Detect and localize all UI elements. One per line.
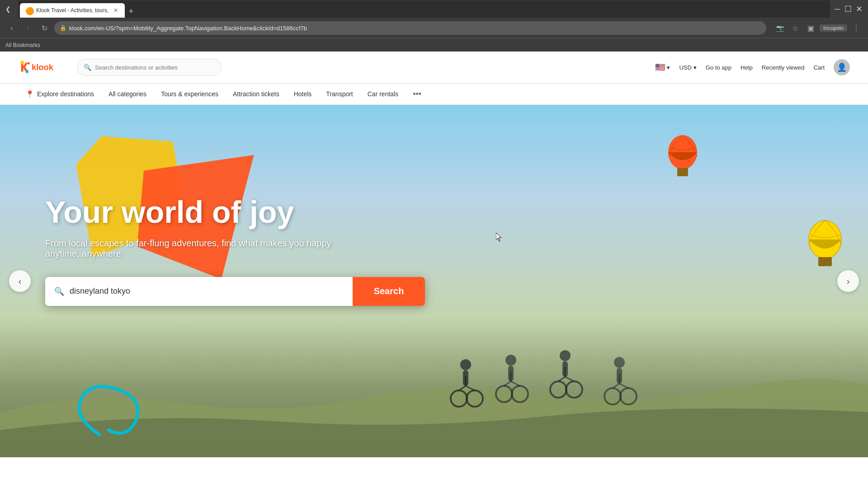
hot-air-balloon-1 [665,132,701,186]
hero-search-icon: 🔍 [54,286,64,296]
svg-point-30 [550,381,566,398]
svg-point-2 [26,70,29,73]
header-right-area: 🇺🇸 ▾ USD ▾ Go to app Help Recently viewe… [655,59,850,75]
svg-point-31 [566,381,582,398]
go-to-app-link[interactable]: Go to app [706,64,731,71]
tab-title: Klook Travel - Activities, tours, [36,7,108,14]
nav-item-explore-label: Explore destinations [37,90,94,98]
site-header: klook 🔍 🇺🇸 ▾ USD ▾ Go to app Help Recent… [0,52,868,83]
bookmark-icon[interactable]: ☆ [789,22,802,34]
nav-item-transport[interactable]: Transport [319,84,360,104]
svg-line-19 [466,386,475,390]
hero-subtitle: From local escapes to far-flung adventur… [45,238,362,259]
logo[interactable]: klook [18,58,63,76]
minimize-button[interactable]: ─ [834,5,841,13]
hero-search-input[interactable] [70,286,344,296]
carousel-prev-button[interactable]: ‹ [9,270,31,292]
svg-point-3 [28,62,30,65]
nav-item-car-rentals-label: Car rentals [368,90,398,98]
svg-point-14 [460,359,471,370]
header-search-bar[interactable]: 🔍 [77,59,222,76]
nav-item-categories[interactable]: All categories [101,84,154,104]
nav-item-more[interactable]: ••• [406,84,429,104]
nav-item-tours-label: Tours & experiences [161,90,218,98]
active-tab[interactable]: 🟠 Klook Travel - Activities, tours, ✕ [20,3,125,18]
currency-dropdown-arrow: ▾ [693,64,697,71]
svg-point-28 [560,350,571,361]
site-nav: 📍 Explore destinations All categories To… [0,83,868,105]
more-options-icon[interactable]: ⋮ [850,22,863,34]
svg-line-25 [504,381,511,386]
svg-line-40 [619,384,628,388]
nav-item-attractions[interactable]: Attraction tickets [226,84,287,104]
help-link[interactable]: Help [741,64,753,71]
more-icon: ••• [413,89,421,99]
browser-chrome: ❮ 🟠 Klook Travel - Activities, tours, ✕ … [0,0,868,52]
new-tab-button[interactable]: + [125,5,137,18]
refresh-button[interactable]: ↻ [38,22,51,34]
browser-actions: 📷 ☆ ▣ Incognito ⋮ [774,22,863,34]
language-dropdown-arrow: ▾ [667,64,670,71]
header-search-icon: 🔍 [84,64,91,71]
sidebar-icon[interactable]: ▣ [804,22,817,34]
cart-link[interactable]: Cart [813,64,825,71]
url-text: klook.com/en-US/?spm=Mobility_Aggregate.… [69,25,307,32]
svg-text:klook: klook [32,62,54,72]
site-wrapper: klook 🔍 🇺🇸 ▾ USD ▾ Go to app Help Recent… [0,52,868,457]
svg-line-32 [558,377,565,381]
klook-logo-svg: klook [18,58,63,76]
forward-button[interactable]: › [22,22,34,34]
tab-bar: 🟠 Klook Travel - Activities, tours, ✕ + [18,0,830,18]
currency-selector[interactable]: USD ▾ [679,64,696,71]
svg-rect-11 [818,257,832,266]
flag-icon: 🇺🇸 [655,62,665,72]
svg-point-21 [505,355,516,366]
address-bar-row: ‹ › ↻ 🔒 klook.com/en-US/?spm=Mobility_Ag… [0,18,868,38]
maximize-button[interactable]: ☐ [844,5,852,13]
tab-list-chevron[interactable]: ❮ [5,5,11,13]
hero-content: Your world of joy From local escapes to … [45,195,425,306]
svg-point-37 [604,388,621,404]
window-controls: ─ ☐ ✕ [834,5,863,13]
svg-point-17 [467,390,483,407]
svg-point-35 [614,357,625,368]
hero-search-input-wrapper: 🔍 [45,277,353,306]
recently-viewed-link[interactable]: Recently viewed [762,64,805,71]
nav-item-hotels[interactable]: Hotels [287,84,319,104]
hero-search-button[interactable]: Search [353,277,425,306]
browser-top-bar: ❮ 🟠 Klook Travel - Activities, tours, ✕ … [0,0,868,18]
address-bar[interactable]: 🔒 klook.com/en-US/?spm=Mobility_Aggregat… [54,21,766,35]
tab-favicon: 🟠 [25,7,33,14]
nav-item-explore[interactable]: 📍 Explore destinations [18,84,101,104]
hot-air-balloon-2 [805,218,845,277]
header-search-input[interactable] [95,64,215,71]
svg-line-26 [511,381,520,386]
currency-label: USD [679,64,691,71]
svg-line-39 [613,384,619,388]
bookmarks-label[interactable]: All Bookmarks [5,42,40,48]
cyclists-silhouette [434,331,705,421]
hero-section: Your world of joy From local escapes to … [0,105,868,457]
hero-title: Your world of joy [45,195,425,229]
carousel-next-button[interactable]: › [837,270,859,292]
incognito-badge: Incognito [820,24,847,32]
svg-point-38 [620,388,637,404]
nav-item-attractions-label: Attraction tickets [233,90,279,98]
location-icon: 📍 [25,90,34,99]
svg-point-23 [496,386,512,402]
language-selector[interactable]: 🇺🇸 ▾ [655,62,670,72]
close-button[interactable]: ✕ [855,5,863,13]
nav-item-transport-label: Transport [326,90,353,98]
cast-icon[interactable]: 📷 [774,22,786,34]
nav-item-tours[interactable]: Tours & experiences [154,84,226,104]
svg-line-33 [565,377,574,381]
tab-close-button[interactable]: ✕ [112,7,119,14]
nav-item-categories-label: All categories [108,90,146,98]
nav-item-hotels-label: Hotels [294,90,312,98]
hero-teal-decoration [63,362,176,444]
user-avatar[interactable]: 👤 [834,59,850,75]
hero-search-bar: 🔍 Search [45,277,425,306]
bookmarks-bar: All Bookmarks [0,38,868,52]
nav-item-car-rentals[interactable]: Car rentals [360,84,406,104]
back-button[interactable]: ‹ [5,22,18,34]
